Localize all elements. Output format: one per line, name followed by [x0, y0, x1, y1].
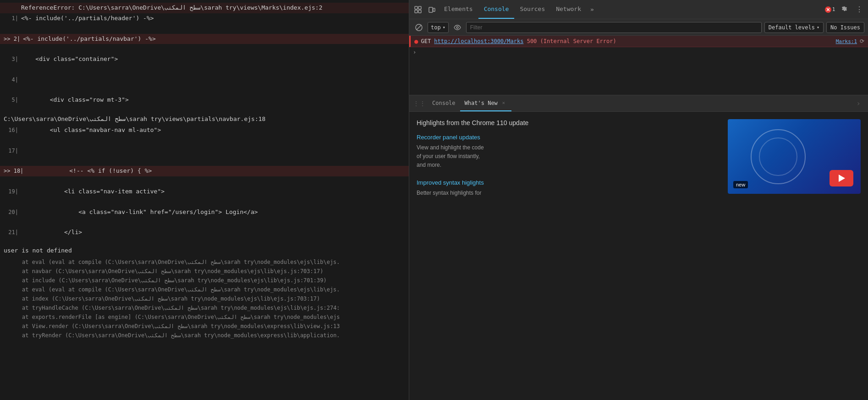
play-button[interactable] — [830, 170, 853, 186]
code-content-5: <div class="row mt-3"> — [21, 95, 405, 105]
whats-new-image-col: new — [728, 119, 861, 393]
code-line-20: 20| <a class="nav-link" href="/users/log… — [0, 207, 409, 218]
console-messages: ● GET http://localhost:3000/Marks 500 (I… — [409, 36, 868, 95]
code-line-17: 17| — [0, 146, 409, 156]
code-line-3: 3| <div class="container"> — [0, 54, 409, 65]
svg-rect-3 — [418, 10, 421, 13]
code-line-21: 21| </li> — [0, 227, 409, 238]
stack-trace-8: at View.render (C:\Users\sarra\OneDrive\… — [0, 322, 409, 331]
more-options-btn[interactable]: ⋮ — [852, 3, 866, 16]
levels-chevron-icon: ▾ — [817, 25, 819, 30]
line-num-3: 3| — [4, 55, 18, 64]
tab-bottom-console[interactable]: Console — [428, 95, 460, 111]
stack-trace-1: at eval (eval at compile (C:\Users\sarra… — [0, 258, 409, 267]
stack-trace-3: at include (C:\Users\sarra\OneDrive\سطح … — [0, 276, 409, 285]
file-path-header-2: C:\Users\sarra\OneDrive\سطح المكتب\sarah… — [0, 112, 409, 125]
svg-rect-0 — [415, 6, 418, 9]
drag-handle-icon: ⋮⋮ — [413, 100, 426, 107]
stack-trace-6: at tryHandleCache (C:\Users\sarra\OneDri… — [0, 303, 409, 312]
line-num-5: 5| — [4, 95, 18, 104]
line-num-4: 4| — [4, 75, 18, 84]
spacer-4 — [0, 85, 409, 95]
context-selector[interactable]: top ▾ — [428, 22, 449, 33]
new-badge: new — [733, 181, 748, 188]
stack-trace-4: at eval (eval at compile (C:\Users\sarra… — [0, 285, 409, 294]
console-error-row[interactable]: ● GET http://localhost:3000/Marks 500 (I… — [409, 36, 868, 47]
tab-elements[interactable]: Elements — [439, 0, 478, 19]
code-content-2: <%- include('../partials/navbar') -%> — [23, 34, 405, 44]
code-content-18: <!-- <% if (!user) { %> — [26, 166, 405, 176]
line-num-16: 16| — [4, 126, 18, 135]
no-issues-btn[interactable]: No Issues — [826, 22, 864, 33]
whats-new-text-col: Highlights from the Chrome 110 update Re… — [417, 119, 720, 393]
whats-new-panel: ⋮⋮ Console What's New × › Highlights fro… — [409, 95, 868, 400]
circle-graphic — [751, 129, 806, 184]
spacer-2 — [0, 44, 409, 54]
tab-whats-new[interactable]: What's New × — [460, 95, 511, 111]
panel-expand-btn[interactable]: › — [852, 99, 864, 108]
filter-input[interactable] — [466, 22, 762, 33]
code-line-4: 4| — [0, 75, 409, 85]
settings-btn[interactable] — [838, 3, 852, 16]
spacer-9 — [0, 217, 409, 227]
svg-point-11 — [456, 27, 458, 28]
console-toolbar: top ▾ Default levels ▾ No Issues — [409, 19, 868, 36]
code-line-2: >> 2| <%- include('../partials/navbar') … — [0, 34, 409, 44]
eye-btn[interactable] — [451, 22, 463, 33]
code-content-1: <%- include('../partials/header') -%> — [21, 14, 405, 23]
stack-trace-2: at navbar (C:\Users\sarra\OneDrive\سطح ا… — [0, 267, 409, 276]
eye-icon — [454, 25, 461, 30]
error-count-btn[interactable]: 1 — [823, 3, 837, 16]
context-chevron-icon: ▾ — [443, 25, 445, 30]
code-line-16: 16| <ul class="navbar-nav ml-auto"> — [0, 125, 409, 136]
stack-trace-container: at eval (eval at compile (C:\Users\sarra… — [0, 258, 409, 340]
tab-sources[interactable]: Sources — [514, 0, 550, 19]
code-line-1: 1| <%- include('../partials/header') -%> — [0, 13, 409, 24]
devtools-tabs: Elements Console Sources Network » — [439, 0, 823, 19]
update-section-title-syntax[interactable]: Improved syntax higlights — [417, 179, 720, 186]
inspect-icon-btn[interactable] — [411, 3, 425, 16]
error-circle-icon: ● — [414, 38, 418, 45]
error-message: GET http://localhost:3000/Marks 500 (Int… — [421, 38, 832, 44]
line-num-21: 21| — [4, 228, 18, 237]
error-reference-text: ReferenceError: C:\Users\sarra\OneDrive\… — [21, 3, 405, 13]
clear-icon — [415, 24, 423, 31]
error-x-icon — [825, 6, 831, 13]
expand-arrow[interactable]: › — [409, 47, 868, 57]
device-toolbar-btn[interactable] — [425, 3, 439, 16]
error-status: 500 (Internal Server Error) — [527, 38, 616, 44]
refresh-icon[interactable]: ⟳ — [860, 38, 864, 44]
spacer-6 — [0, 156, 409, 166]
error-source-link[interactable]: Marks:1 — [836, 38, 857, 44]
close-whats-new-btn[interactable]: × — [500, 100, 507, 106]
svg-rect-2 — [415, 10, 418, 13]
code-content-16: <ul class="navbar-nav ml-auto"> — [21, 126, 405, 135]
code-content-3: <div class="container"> — [21, 55, 405, 64]
spacer-1 — [0, 24, 409, 34]
code-content-20: <a class="nav-link" href="/users/login">… — [21, 208, 405, 217]
error-user-line: user is not defined — [0, 244, 409, 258]
svg-rect-1 — [418, 6, 421, 9]
stack-trace-9: at tryRender (C:\Users\sarra\OneDrive\سط… — [0, 331, 409, 340]
tab-network[interactable]: Network — [550, 0, 587, 19]
context-label: top — [431, 24, 441, 31]
more-tabs-btn[interactable]: » — [587, 6, 598, 13]
whats-new-tabs: ⋮⋮ Console What's New × › — [409, 95, 868, 112]
code-output-panel[interactable]: ReferenceError: C:\Users\sarra\OneDrive\… — [0, 0, 409, 400]
line-num-18: >> 18| — [4, 166, 23, 175]
clear-console-btn[interactable] — [413, 22, 425, 33]
tab-console[interactable]: Console — [478, 0, 515, 19]
update-section-syntax: Improved syntax higlights Better syntax … — [417, 179, 720, 197]
default-levels-btn[interactable]: Default levels ▾ — [764, 22, 824, 33]
error-url[interactable]: http://localhost:3000/Marks — [434, 38, 523, 44]
line-prefix — [4, 3, 18, 4]
update-section-title-recorder[interactable]: Recorder panel updates — [417, 134, 720, 141]
devtools-topbar: Elements Console Sources Network » — [409, 0, 868, 19]
line-num-17: 17| — [4, 146, 18, 155]
whats-new-content: Highlights from the Chrome 110 update Re… — [409, 112, 868, 400]
video-thumbnail[interactable]: new — [728, 119, 861, 194]
chevron-right-icon: › — [413, 49, 416, 55]
spacer-5 — [0, 136, 409, 146]
spacer-3 — [0, 65, 409, 75]
stack-trace-5: at index (C:\Users\sarra\OneDrive\سطح ال… — [0, 294, 409, 303]
